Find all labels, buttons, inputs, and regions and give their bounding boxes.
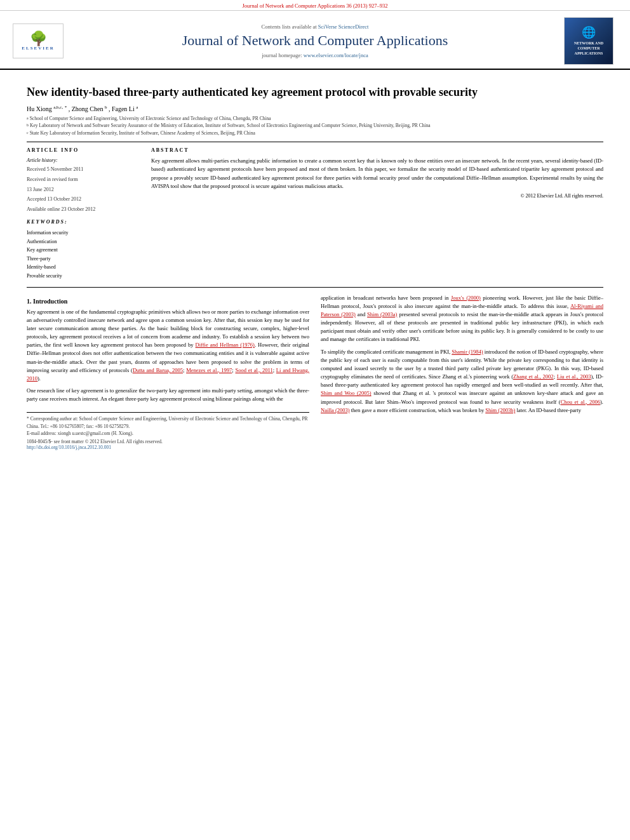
header-divider xyxy=(27,142,603,142)
ref-shimwoo-link[interactable]: Shim and Woo (2005) xyxy=(321,390,372,396)
homepage-link[interactable]: www.elsevier.com/locate/jnca xyxy=(304,52,368,58)
ref-zhang2002-link[interactable]: Zhang et al., 2002 xyxy=(513,373,554,380)
author-fagen-sup: a xyxy=(136,105,138,110)
abstract-text: Key agreement allows multi-parties excha… xyxy=(151,157,603,190)
section1-para2: One research line of key agreement is to… xyxy=(27,387,309,403)
contents-line: Contents lists available at SciVerse Sci… xyxy=(76,23,554,30)
ref-joux-link[interactable]: Joux's (2000) xyxy=(451,295,481,301)
author-fagen-li: Fagen Li xyxy=(112,106,135,113)
affiliations: a School of Computer Science and Enginee… xyxy=(27,116,603,137)
main-body: 1. Introduction Key agreement is one of … xyxy=(27,294,603,451)
network-icon: 🌐 xyxy=(582,25,596,39)
article-history: Article history: Received 5 November 201… xyxy=(27,157,141,214)
abstract-label: ABSTRACT xyxy=(151,147,603,153)
affiliation-a: a School of Computer Science and Enginee… xyxy=(27,116,603,123)
accepted-date: Accepted 13 October 2012 xyxy=(27,196,141,204)
keyword-6: Provable security xyxy=(27,272,141,281)
journal-title: Journal of Network and Computer Applicat… xyxy=(76,32,554,49)
body-col-right: application in broadcast networks have b… xyxy=(321,294,603,451)
section1-right-para2: To simplify the complicated certificate … xyxy=(321,348,603,415)
ref-shamir-link[interactable]: Shamir (1984) xyxy=(452,349,483,355)
footnote-corresponding: * Corresponding author at: School of Com… xyxy=(27,415,309,430)
article-info-col: ARTICLE INFO Article history: Received 5… xyxy=(27,147,141,280)
keywords-section: Keywords: Information security Authentic… xyxy=(27,219,141,281)
journal-citation: Journal of Network and Computer Applicat… xyxy=(243,3,388,9)
ref-dutta-link[interactable]: Dutta and Barua, 2005 xyxy=(133,367,183,373)
section1-right-para1: application in broadcast networks have b… xyxy=(321,294,603,344)
keyword-2: Authentication xyxy=(27,237,141,246)
keyword-1: Information security xyxy=(27,229,141,237)
keyword-4: Three-party xyxy=(27,255,141,263)
abstract-col: ABSTRACT Key agreement allows multi-part… xyxy=(151,147,603,280)
journal-title-area: Contents lists available at SciVerse Sci… xyxy=(76,23,554,58)
ref-sood-link[interactable]: Sood et al., 2011 xyxy=(236,367,273,373)
ref-liu2003-link[interactable]: Liu et al., 2003 xyxy=(557,373,591,380)
ref-shim2003a-link[interactable]: Shim (2003a) xyxy=(367,311,397,317)
author-hu-xiong: Hu Xiong xyxy=(27,106,52,113)
ref-diffie-link[interactable]: Diffie and Hellman (1976) xyxy=(196,342,255,348)
history-label: Article history: xyxy=(27,157,141,165)
doi-link[interactable]: http://dx.doi.org/10.1016/j.jnca.2012.10… xyxy=(27,444,111,450)
body-col-left: 1. Introduction Key agreement is one of … xyxy=(27,294,309,451)
footnote-area: * Corresponding author at: School of Com… xyxy=(27,412,309,437)
author-zhong-sup: b xyxy=(105,105,107,110)
keywords-label: Keywords: xyxy=(27,219,141,225)
authors-line: Hu Xiong a,b,c, * , Zhong Chen b , Fagen… xyxy=(27,105,603,112)
article-info-abstract-row: ARTICLE INFO Article history: Received 5… xyxy=(27,147,603,280)
ref-nailla-link[interactable]: Nailla (2003) xyxy=(321,407,350,413)
journal-cover: 🌐 NETWORK AND COMPUTER APPLICATIONS xyxy=(560,17,617,65)
journal-homepage: journal homepage: www.elsevier.com/locat… xyxy=(76,52,554,58)
section1-para1: Key agreement is one of the fundamental … xyxy=(27,308,309,383)
revised-label: Received in revised form xyxy=(27,176,141,184)
author-hu-sup: a,b,c, xyxy=(53,105,63,110)
ref-chou-link[interactable]: Chou et al., 2006 xyxy=(561,399,600,405)
section1-heading: 1. Introduction xyxy=(27,298,309,305)
ref-alriyami-link[interactable]: Al-Riyami and Paterson (2003) xyxy=(321,303,603,317)
footnote-email: E-mail address: xiongh u.uestc@gmail.com… xyxy=(27,430,309,437)
elsevier-logo: 🌳 ELSEVIER xyxy=(13,23,64,58)
journal-top-bar: Journal of Network and Computer Applicat… xyxy=(0,0,630,11)
paper-content: New identity-based three-party authentic… xyxy=(0,70,630,463)
body-divider xyxy=(27,287,603,288)
paper-title: New identity-based three-party authentic… xyxy=(27,85,603,100)
elsevier-tree-icon: 🌳 xyxy=(30,32,47,46)
abstract-copyright: © 2012 Elsevier Ltd. All rights reserved… xyxy=(151,193,603,199)
journal-cover-image: 🌐 NETWORK AND COMPUTER APPLICATIONS xyxy=(564,17,613,65)
sciverse-link[interactable]: SciVerse ScienceDirect xyxy=(318,23,369,30)
received-date: Received 5 November 2011 xyxy=(27,166,141,174)
author-zhong-chen: Zhong Chen xyxy=(72,106,104,113)
article-info-label: ARTICLE INFO xyxy=(27,147,141,153)
author-hu-star: * xyxy=(65,105,67,110)
elsevier-branding: 🌳 ELSEVIER xyxy=(6,23,70,58)
keyword-3: Key agreement xyxy=(27,246,141,255)
affiliation-b: b Key Laboratory of Network and Software… xyxy=(27,123,603,130)
affiliation-c: c State Key Laboratory of Information Se… xyxy=(27,130,603,137)
doi-line: 1084-8045/$- see front matter © 2012 Els… xyxy=(27,439,309,450)
keyword-5: Identity-based xyxy=(27,263,141,272)
elsevier-label: ELSEVIER xyxy=(22,46,54,51)
revised-date: 13 June 2012 xyxy=(27,186,141,194)
journal-header: 🌳 ELSEVIER Contents lists available at S… xyxy=(0,11,630,70)
available-date: Available online 23 October 2012 xyxy=(27,206,141,214)
ref-menezes-link[interactable]: Menezes et al., 1997 xyxy=(186,367,232,373)
ref-shim2003b-link[interactable]: Shim (2003b) xyxy=(485,407,515,413)
